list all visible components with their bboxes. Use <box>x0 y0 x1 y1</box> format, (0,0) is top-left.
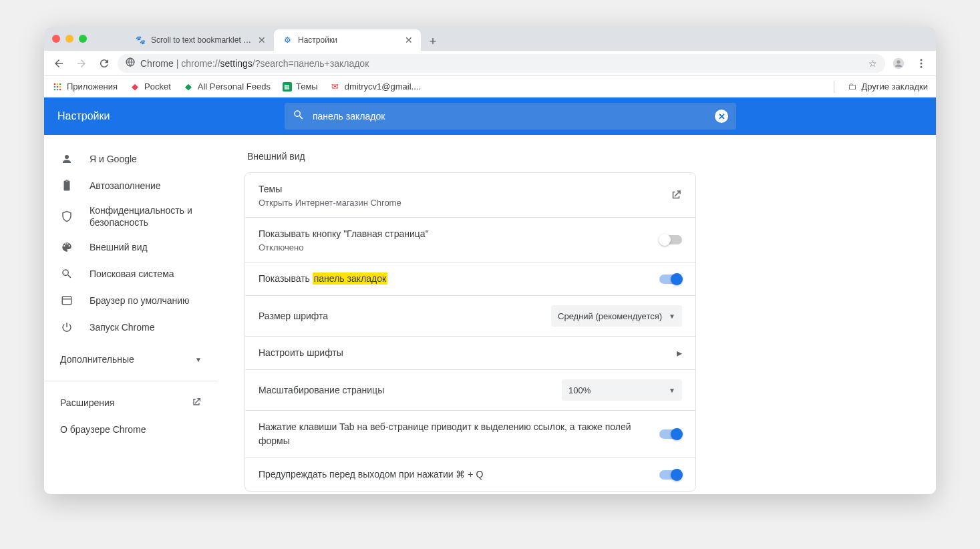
bookmark-label: Другие закладки <box>861 81 928 92</box>
shield-icon <box>60 210 73 222</box>
svg-rect-11 <box>57 85 58 87</box>
close-tab-icon[interactable]: ✕ <box>258 35 266 45</box>
sidebar-item-appearance[interactable]: Внешний вид <box>44 234 218 260</box>
divider <box>44 381 218 381</box>
close-window-button[interactable] <box>52 35 60 43</box>
bookmark-item[interactable]: ◆ All Personal Feeds <box>183 81 271 92</box>
settings-sidebar: Я и Google Автозаполнение Конфиденциальн… <box>44 135 218 494</box>
settings-search-input[interactable] <box>313 111 707 122</box>
dropdown-value: 100% <box>568 385 662 395</box>
settings-search[interactable]: ✕ <box>285 103 736 130</box>
bookmark-item[interactable]: ✉ dmitrycv1@gmail.... <box>330 81 421 92</box>
row-title: Настроить шрифты <box>259 346 343 360</box>
tab-title: Scroll to text bookmarklet - Me <box>151 35 253 45</box>
close-tab-icon[interactable]: ✕ <box>405 35 413 45</box>
row-subtitle: Открыть Интернет-магазин Chrome <box>259 198 401 208</box>
row-themes[interactable]: Темы Открыть Интернет-магазин Chrome <box>245 173 695 218</box>
section-title: Внешний вид <box>244 151 909 162</box>
bookmark-item[interactable]: ▦ Темы <box>283 81 318 92</box>
row-warn-before-quit: Предупреждать перед выходом при нажатии … <box>245 458 695 491</box>
forward-button[interactable] <box>72 54 91 73</box>
toggle-bookmarks-bar[interactable] <box>659 274 682 284</box>
apps-shortcut[interactable]: Приложения <box>52 81 118 92</box>
row-title: Предупреждать перед выходом при нажатии … <box>259 468 483 482</box>
svg-rect-12 <box>59 85 61 87</box>
chevron-right-icon: ▸ <box>677 347 682 359</box>
minimize-window-button[interactable] <box>65 35 73 43</box>
bookmark-label: dmitrycv1@gmail.... <box>345 81 421 92</box>
sidebar-item-extensions[interactable]: Расширения <box>44 389 218 416</box>
chevron-down-icon: ▼ <box>669 387 675 394</box>
site-info-icon[interactable] <box>126 57 135 69</box>
pocket-icon: ◆ <box>130 81 140 92</box>
new-tab-button[interactable]: + <box>424 32 442 51</box>
toggle-warn-quit[interactable] <box>659 470 682 480</box>
bookmark-label: Темы <box>296 81 318 92</box>
favicon-icon: 🐾 <box>135 35 146 45</box>
row-title: Масштабирование страницы <box>259 383 384 397</box>
font-size-dropdown[interactable]: Средний (рекомендуется) ▼ <box>551 305 682 327</box>
open-external-icon <box>191 397 202 409</box>
sidebar-item-autofill[interactable]: Автозаполнение <box>44 172 218 199</box>
star-icon[interactable]: ☆ <box>868 58 877 69</box>
chevron-down-icon: ▼ <box>195 356 202 363</box>
svg-rect-10 <box>54 85 55 87</box>
bookmark-item[interactable]: ◆ Pocket <box>130 81 171 92</box>
sidebar-item-label: Дополнительные <box>60 354 134 365</box>
address-bar[interactable]: Chrome | chrome://settings/?search=панел… <box>118 54 885 73</box>
svg-rect-13 <box>54 88 55 89</box>
row-title: Размер шрифта <box>259 309 328 323</box>
apps-icon <box>52 81 63 92</box>
chevron-down-icon: ▼ <box>669 313 675 320</box>
svg-point-6 <box>921 65 923 67</box>
menu-button[interactable] <box>912 54 931 73</box>
fullscreen-window-button[interactable] <box>79 35 87 43</box>
svg-point-5 <box>921 62 923 64</box>
search-icon <box>60 268 73 280</box>
search-highlight: панель закладок <box>313 272 387 285</box>
row-title: Нажатие клавиши Tab на веб-странице прив… <box>259 420 633 448</box>
settings-header: Настройки ✕ <box>44 98 936 135</box>
back-button[interactable] <box>49 54 68 73</box>
sidebar-item-search-engine[interactable]: Поисковая система <box>44 260 218 287</box>
sidebar-item-label: Расширения <box>60 397 114 408</box>
clipboard-icon <box>60 180 73 192</box>
settings-main: Внешний вид Темы Открыть Интернет-магази… <box>218 135 936 494</box>
appearance-card: Темы Открыть Интернет-магазин Chrome Пок… <box>244 172 696 492</box>
row-title: Показывать панель закладок <box>259 272 387 286</box>
sidebar-item-startup[interactable]: Запуск Chrome <box>44 314 218 341</box>
browser-tab[interactable]: ⚙ Настройки ✕ <box>274 29 421 51</box>
sidebar-item-label: Браузер по умолчанию <box>90 295 202 307</box>
row-home-button: Показывать кнопку "Главная страница" Отк… <box>245 218 695 262</box>
row-customize-fonts[interactable]: Настроить шрифты ▸ <box>245 337 695 370</box>
reload-button[interactable] <box>95 54 114 73</box>
window-controls <box>52 35 87 43</box>
toggle-tab-highlight[interactable] <box>659 429 682 439</box>
profile-button[interactable] <box>889 54 908 73</box>
row-subtitle: Отключено <box>259 242 429 252</box>
other-bookmarks[interactable]: 🗀 Другие закладки <box>846 81 928 92</box>
titlebar: 🐾 Scroll to text bookmarklet - Me ✕ ⚙ На… <box>44 27 936 51</box>
sidebar-item-me-and-google[interactable]: Я и Google <box>44 146 218 172</box>
palette-icon <box>60 241 73 253</box>
browser-window: 🐾 Scroll to text bookmarklet - Me ✕ ⚙ На… <box>44 27 936 494</box>
sidebar-item-privacy[interactable]: Конфиденциальность и безопасность <box>44 199 218 234</box>
bookmarks-bar: Приложения ◆ Pocket ◆ All Personal Feeds… <box>44 76 936 98</box>
bookmark-label: All Personal Feeds <box>198 81 271 92</box>
toggle-home-button[interactable] <box>659 235 682 244</box>
sidebar-item-advanced[interactable]: Дополнительные ▼ <box>44 346 218 373</box>
clear-search-icon[interactable]: ✕ <box>715 110 728 123</box>
svg-rect-16 <box>62 297 71 305</box>
tab-title: Настройки <box>298 35 399 45</box>
browser-tab[interactable]: 🐾 Scroll to text bookmarklet - Me ✕ <box>127 29 274 51</box>
sidebar-item-about[interactable]: О браузере Chrome <box>44 416 218 443</box>
open-external-icon <box>670 189 682 201</box>
row-font-size: Размер шрифта Средний (рекомендуется) ▼ <box>245 296 695 337</box>
svg-rect-7 <box>54 83 55 84</box>
search-icon <box>293 109 305 124</box>
sidebar-item-label: Внешний вид <box>90 241 202 253</box>
separator <box>834 81 834 93</box>
sidebar-item-default-browser[interactable]: Браузер по умолчанию <box>44 287 218 314</box>
row-page-zoom: Масштабирование страницы 100% ▼ <box>245 370 695 411</box>
zoom-dropdown[interactable]: 100% ▼ <box>562 379 682 401</box>
